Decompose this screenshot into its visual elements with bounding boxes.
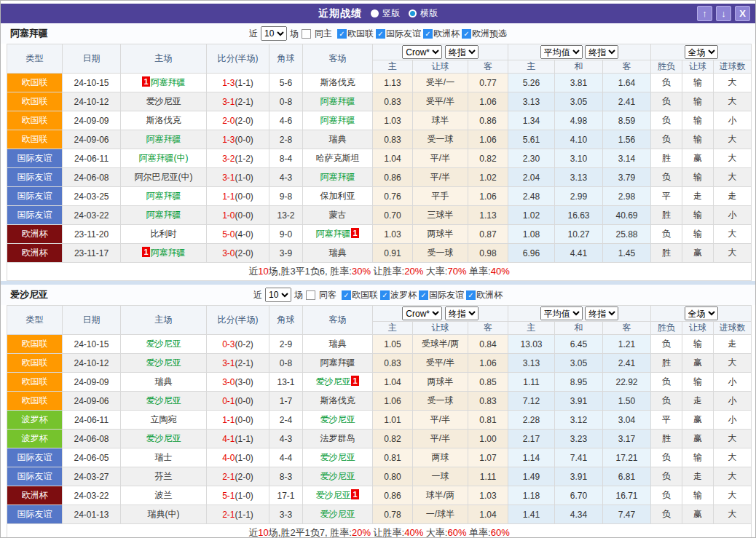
match-row: 国际友谊24-03-25阿塞拜疆1-1(0-0)9-8保加利亚0.76平手1.0…	[7, 187, 752, 206]
league-filter[interactable]: ✓国际友谊	[419, 289, 464, 301]
summary-segment: 70%	[447, 266, 466, 277]
radio-selected-icon[interactable]	[409, 9, 417, 17]
league-filter[interactable]: ✓欧洲杯	[423, 28, 460, 40]
company-select[interactable]: Crow*	[402, 45, 442, 59]
avg-draw-cell: 3.91	[555, 392, 603, 411]
avg-home-cell: 2.48	[508, 187, 555, 206]
match-row: 国际友谊24-06-05瑞士4-0(1-0)4-4爱沙尼亚0.81两球1.071…	[7, 448, 752, 467]
result-outcome-cell: 负	[651, 486, 682, 505]
match-row: 欧国联24-10-12爱沙尼亚3-1(2-1)0-8阿塞拜疆0.83受平/半1.…	[7, 92, 752, 111]
avg-draw-cell: 16.63	[555, 206, 603, 225]
final-average-select[interactable]: 终指	[585, 45, 618, 59]
final-average-select[interactable]: 终指	[585, 306, 618, 320]
odds-handicap-cell: 两球半	[413, 373, 468, 392]
league-filter[interactable]: ✓欧国联	[337, 28, 374, 40]
checkbox-checked-icon[interactable]: ✓	[380, 290, 390, 300]
move-down-button[interactable]: ↓	[716, 6, 731, 21]
avg-draw-cell: 4.34	[555, 505, 603, 524]
final-odds-select[interactable]: 终指	[445, 45, 479, 59]
average-select[interactable]: 平均值	[540, 45, 583, 59]
average-select[interactable]: 平均值	[540, 306, 583, 320]
odds-handicap-cell: 两球半	[413, 225, 468, 244]
result-goals-cell: 大	[714, 168, 752, 187]
result-handicap-cell: 输	[682, 448, 714, 467]
team-name: 阿塞拜疆	[146, 191, 181, 201]
match-count-select[interactable]: 10	[265, 288, 291, 302]
checkbox-checked-icon[interactable]: ✓	[376, 29, 385, 39]
full-score: 0-1	[222, 396, 235, 406]
scope-select[interactable]: 全场	[685, 306, 718, 320]
avg-draw-cell: 3.23	[555, 430, 603, 448]
home-team-cell: 波兰	[121, 486, 207, 505]
league-cell: 欧国联	[7, 392, 63, 411]
avg-home-cell: 1.08	[508, 225, 555, 244]
team-name: 阿塞拜疆	[146, 210, 181, 220]
company-select[interactable]: Crow*	[402, 306, 442, 320]
league-cell: 欧洲杯	[7, 225, 63, 244]
radio-unselected-icon[interactable]	[371, 9, 379, 17]
corners-cell: 4-6	[269, 111, 303, 130]
date-cell: 24-03-25	[63, 187, 121, 206]
result-outcome-cell: 负	[651, 335, 682, 354]
score-cell: 3-1(2-1)	[207, 354, 269, 373]
checkbox-checked-icon[interactable]: ✓	[462, 29, 471, 39]
home-team-cell: 阿塞拜疆	[121, 206, 207, 225]
avg-away-cell: 40.69	[603, 206, 651, 225]
score-cell: 2-1(1-1)	[207, 505, 269, 524]
away-team-cell: 爱沙尼亚1	[303, 486, 373, 505]
away-team-cell: 阿塞拜疆	[303, 111, 373, 130]
same-venue-checkbox[interactable]	[302, 29, 311, 39]
section-summary: 近10场,胜2平1负7, 胜率:20% 让胜率:40% 大率:60% 单率:60…	[7, 524, 752, 538]
move-up-button[interactable]: ↑	[697, 6, 712, 21]
scope-select[interactable]: 全场	[685, 45, 718, 59]
full-score: 4-1	[222, 434, 235, 444]
league-cell: 欧洲杯	[7, 244, 63, 263]
same-venue-checkbox[interactable]	[306, 290, 315, 300]
checkbox-checked-icon[interactable]: ✓	[337, 29, 347, 39]
checkbox-checked-icon[interactable]: ✓	[342, 290, 351, 300]
summary-segment: 30%	[352, 266, 371, 277]
league-filter[interactable]: ✓欧洲杯	[466, 289, 503, 301]
result-outcome-cell: 负	[651, 467, 682, 486]
final-odds-select[interactable]: 终指	[445, 306, 479, 320]
col-avg-away: 客	[603, 60, 651, 74]
score-cell: 1-1(0-0)	[207, 411, 269, 430]
score-cell: 4-0(1-0)	[207, 448, 269, 467]
league-cell: 欧国联	[7, 74, 63, 92]
col-odds-home: 主	[373, 60, 413, 74]
avg-home-cell: 1.11	[508, 373, 555, 392]
full-score: 3-0	[222, 248, 235, 258]
match-count-select[interactable]: 10	[261, 26, 287, 41]
layout-radio-vertical[interactable]: 竖版	[371, 7, 400, 20]
layout-radio-horizontal[interactable]: 横版	[409, 7, 438, 20]
league-filter[interactable]: ✓欧洲预选	[462, 28, 507, 40]
league-filter[interactable]: ✓欧国联	[342, 289, 378, 301]
summary-segment: 40%	[491, 266, 510, 277]
league-filter[interactable]: ✓波罗杯	[380, 289, 417, 301]
result-goals-cell: 小	[714, 392, 752, 411]
date-cell: 24-06-05	[63, 448, 121, 467]
odds-home-cell: 0.83	[373, 354, 413, 373]
col-type: 类型	[7, 44, 63, 74]
col-away: 客场	[303, 306, 373, 335]
result-handicap-cell: 赢	[682, 244, 714, 263]
team-name: 比利时	[151, 229, 177, 239]
checkbox-checked-icon[interactable]: ✓	[423, 29, 433, 39]
same-venue-label: 同客	[319, 289, 336, 301]
date-cell: 24-10-12	[63, 354, 121, 373]
odds-handicap-cell: 平/半	[413, 411, 468, 430]
match-row: 欧洲杯23-11-171阿塞拜疆3-0(2-0)3-9瑞典0.91受一球0.98…	[7, 244, 752, 263]
matches-tbody: 欧国联24-10-151阿塞拜疆1-3(1-1)5-6斯洛伐克1.13受半/一0…	[7, 74, 752, 263]
league-filter[interactable]: ✓国际友谊	[376, 28, 421, 40]
odds-home-cell: 1.01	[373, 411, 413, 430]
team-name: 瑞典	[329, 134, 347, 144]
checkbox-checked-icon[interactable]: ✓	[466, 290, 476, 300]
half-score: (1-1)	[235, 78, 253, 88]
section-azerbaijan: 阿塞拜疆 近 10 场 同主 ✓欧国联✓国际友谊✓欧洲杯✓欧洲预选 类型 日期	[1, 23, 755, 281]
team-name: 阿塞拜疆	[320, 96, 355, 106]
checkbox-checked-icon[interactable]: ✓	[419, 290, 428, 300]
close-button[interactable]: X	[735, 6, 750, 21]
half-score: (0-0)	[235, 191, 253, 202]
odds-handicap-cell: 受一球	[413, 244, 468, 263]
date-cell: 24-06-08	[63, 430, 121, 448]
